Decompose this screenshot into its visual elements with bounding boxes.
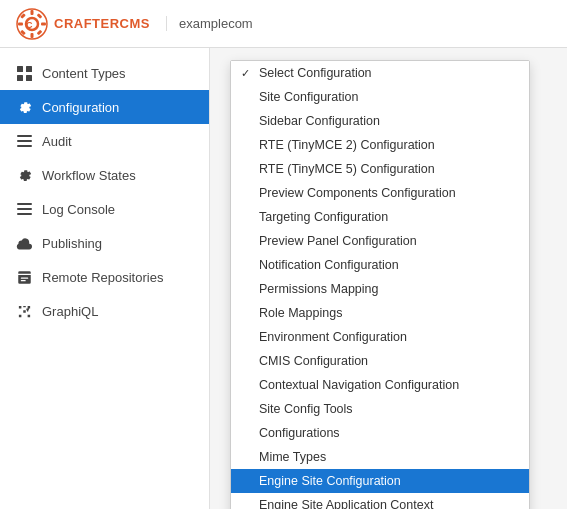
dropdown-item-label: Permissions Mapping xyxy=(259,282,379,296)
dropdown-item-contextual-nav[interactable]: Contextual Navigation Configuration xyxy=(231,373,529,397)
dropdown-item-permissions-mapping[interactable]: Permissions Mapping xyxy=(231,277,529,301)
dropdown-item-engine-site-config[interactable]: Engine Site Configuration xyxy=(231,469,529,493)
sidebar-item-graphiql-label: GraphiQL xyxy=(42,304,98,319)
svg-rect-4 xyxy=(18,22,23,25)
sidebar-item-audit[interactable]: Audit xyxy=(0,124,209,158)
check-icon: ✓ xyxy=(241,67,250,80)
dropdown-item-label: Notification Configuration xyxy=(259,258,399,272)
dropdown-item-engine-site-app[interactable]: Engine Site Application Context xyxy=(231,493,529,509)
svg-rect-14 xyxy=(26,75,32,81)
workflow-icon xyxy=(16,167,32,183)
crafter-logo-icon: C xyxy=(16,8,48,40)
dropdown-item-notification-config[interactable]: Notification Configuration xyxy=(231,253,529,277)
svg-text:C: C xyxy=(26,20,33,30)
svg-rect-17 xyxy=(17,145,32,147)
sidebar-item-publishing-label: Publishing xyxy=(42,236,102,251)
gear-icon xyxy=(16,99,32,115)
config-dropdown: ✓Select ConfigurationSite ConfigurationS… xyxy=(230,60,530,509)
log-icon xyxy=(16,201,32,217)
dropdown-item-preview-panel[interactable]: Preview Panel Configuration xyxy=(231,229,529,253)
svg-rect-12 xyxy=(26,66,32,72)
cloud-icon xyxy=(16,235,32,251)
app-header: C CRAFTERCMS examplecom xyxy=(0,0,567,48)
site-name: examplecom xyxy=(166,16,253,31)
dropdown-item-label: RTE (TinyMCE 2) Configuration xyxy=(259,138,435,152)
sidebar-item-audit-label: Audit xyxy=(42,134,72,149)
logo: C CRAFTERCMS xyxy=(16,8,150,40)
dropdown-item-site-config[interactable]: Site Configuration xyxy=(231,85,529,109)
dropdown-item-environment-config[interactable]: Environment Configuration xyxy=(231,325,529,349)
dropdown-item-label: RTE (TinyMCE 5) Configuration xyxy=(259,162,435,176)
sidebar-item-remote-repositories[interactable]: Remote Repositories xyxy=(0,260,209,294)
svg-rect-19 xyxy=(17,208,32,210)
svg-rect-18 xyxy=(17,203,32,205)
dropdown-item-label: Site Config Tools xyxy=(259,402,353,416)
dropdown-item-configurations[interactable]: Configurations xyxy=(231,421,529,445)
graph-icon xyxy=(16,303,32,319)
dropdown-item-select-config[interactable]: ✓Select Configuration xyxy=(231,61,529,85)
dropdown-item-label: Mime Types xyxy=(259,450,326,464)
sidebar-item-content-types-label: Content Types xyxy=(42,66,126,81)
dropdown-item-site-config-tools[interactable]: Site Config Tools xyxy=(231,397,529,421)
repo-icon xyxy=(16,269,32,285)
sidebar-item-configuration-label: Configuration xyxy=(42,100,119,115)
dropdown-item-mime-types[interactable]: Mime Types xyxy=(231,445,529,469)
dropdown-item-label: Environment Configuration xyxy=(259,330,407,344)
svg-rect-3 xyxy=(31,33,34,38)
svg-rect-13 xyxy=(17,75,23,81)
sidebar: Content Types Configuration Audit xyxy=(0,48,210,509)
grid-icon xyxy=(16,65,32,81)
dropdown-item-label: Sidebar Configuration xyxy=(259,114,380,128)
dropdown-item-label: Engine Site Application Context xyxy=(259,498,433,509)
dropdown-item-rte2-config[interactable]: RTE (TinyMCE 2) Configuration xyxy=(231,133,529,157)
sidebar-item-remote-repositories-label: Remote Repositories xyxy=(42,270,163,285)
main-layout: Content Types Configuration Audit xyxy=(0,48,567,509)
dropdown-item-label: Preview Panel Configuration xyxy=(259,234,417,248)
dropdown-item-label: Targeting Configuration xyxy=(259,210,388,224)
sidebar-item-workflow-states[interactable]: Workflow States xyxy=(0,158,209,192)
list-icon xyxy=(16,133,32,149)
dropdown-item-role-mappings[interactable]: Role Mappings xyxy=(231,301,529,325)
dropdown-item-label: Role Mappings xyxy=(259,306,342,320)
content-area: ✓Select ConfigurationSite ConfigurationS… xyxy=(210,48,567,509)
dropdown-item-rte5-config[interactable]: RTE (TinyMCE 5) Configuration xyxy=(231,157,529,181)
dropdown-item-label: Select Configuration xyxy=(259,66,372,80)
dropdown-item-targeting-config[interactable]: Targeting Configuration xyxy=(231,205,529,229)
svg-rect-20 xyxy=(17,213,32,215)
dropdown-item-label: Contextual Navigation Configuration xyxy=(259,378,459,392)
dropdown-item-label: Engine Site Configuration xyxy=(259,474,401,488)
svg-rect-5 xyxy=(41,22,46,25)
sidebar-item-graphiql[interactable]: GraphiQL xyxy=(0,294,209,328)
logo-text: CRAFTERCMS xyxy=(54,16,150,31)
dropdown-item-label: CMIS Configuration xyxy=(259,354,368,368)
dropdown-item-cmis-config[interactable]: CMIS Configuration xyxy=(231,349,529,373)
svg-rect-11 xyxy=(17,66,23,72)
sidebar-item-content-types[interactable]: Content Types xyxy=(0,56,209,90)
sidebar-item-publishing[interactable]: Publishing xyxy=(0,226,209,260)
dropdown-item-label: Site Configuration xyxy=(259,90,358,104)
dropdown-item-sidebar-config[interactable]: Sidebar Configuration xyxy=(231,109,529,133)
sidebar-item-log-console[interactable]: Log Console xyxy=(0,192,209,226)
svg-rect-16 xyxy=(17,140,32,142)
dropdown-item-label: Configurations xyxy=(259,426,340,440)
svg-rect-15 xyxy=(17,135,32,137)
svg-rect-2 xyxy=(31,10,34,15)
sidebar-item-log-console-label: Log Console xyxy=(42,202,115,217)
sidebar-item-workflow-states-label: Workflow States xyxy=(42,168,136,183)
dropdown-item-preview-components[interactable]: Preview Components Configuration xyxy=(231,181,529,205)
sidebar-item-configuration[interactable]: Configuration xyxy=(0,90,209,124)
dropdown-item-label: Preview Components Configuration xyxy=(259,186,456,200)
